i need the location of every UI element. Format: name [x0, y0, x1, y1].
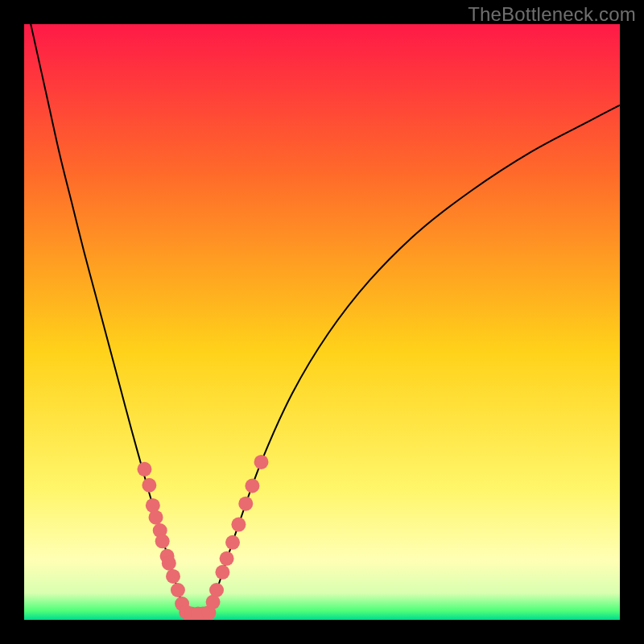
data-dot [225, 535, 240, 550]
data-dot [231, 518, 246, 532]
data-dot [142, 478, 156, 493]
data-dot [171, 583, 185, 597]
data-dot [238, 497, 253, 511]
data-dot [166, 569, 180, 584]
chart-frame: TheBottleneck.com [0, 0, 644, 644]
watermark-text: TheBottleneck.com [468, 3, 636, 26]
plot-area [24, 24, 620, 620]
data-dot [254, 455, 269, 469]
data-dot [209, 583, 224, 597]
data-dots-group [137, 455, 268, 620]
data-dot [149, 510, 163, 525]
data-dot [162, 556, 176, 571]
data-dot [215, 565, 229, 580]
data-dot [137, 462, 151, 477]
right-branch-curve [208, 105, 620, 614]
data-dot [220, 551, 234, 566]
data-dot [245, 479, 259, 493]
data-dot [155, 534, 170, 548]
chart-svg [24, 24, 620, 620]
